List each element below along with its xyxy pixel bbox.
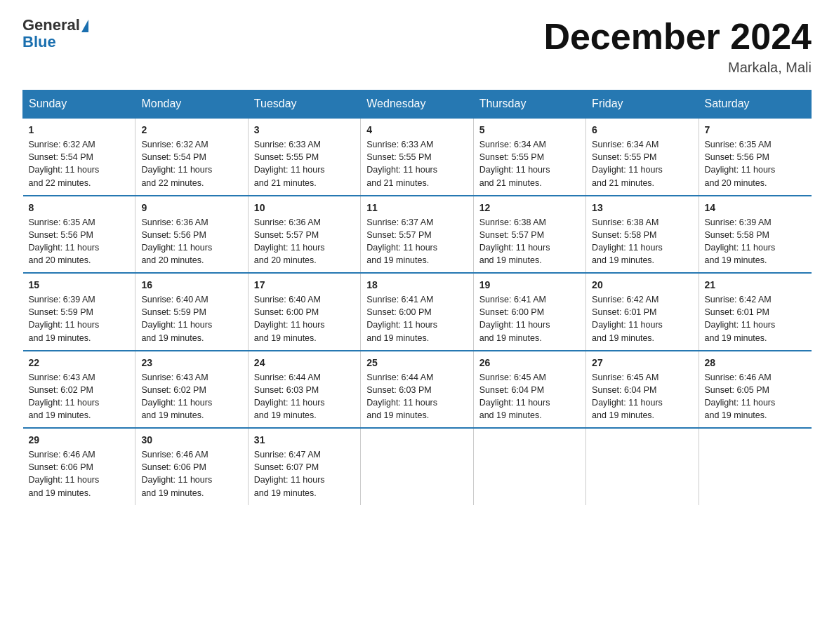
day-number: 30 (141, 434, 241, 445)
day-info: Sunrise: 6:34 AM Sunset: 5:55 PM Dayligh… (592, 138, 692, 189)
calendar-table: SundayMondayTuesdayWednesdayThursdayFrid… (22, 90, 812, 505)
day-number: 13 (592, 202, 692, 213)
calendar-cell: 20Sunrise: 6:42 AM Sunset: 6:01 PM Dayli… (586, 273, 699, 351)
calendar-cell: 23Sunrise: 6:43 AM Sunset: 6:02 PM Dayli… (135, 351, 248, 429)
calendar-week-row: 29Sunrise: 6:46 AM Sunset: 6:06 PM Dayli… (23, 428, 812, 505)
day-number: 2 (141, 124, 241, 135)
day-info: Sunrise: 6:38 AM Sunset: 5:58 PM Dayligh… (592, 216, 692, 267)
calendar-cell: 26Sunrise: 6:45 AM Sunset: 6:04 PM Dayli… (473, 351, 585, 429)
calendar-week-row: 1Sunrise: 6:32 AM Sunset: 5:54 PM Daylig… (23, 118, 812, 196)
calendar-cell (699, 428, 811, 505)
day-info: Sunrise: 6:40 AM Sunset: 5:59 PM Dayligh… (141, 293, 241, 344)
weekday-header-sunday: Sunday (23, 90, 135, 119)
weekday-header-friday: Friday (586, 90, 699, 119)
calendar-cell: 16Sunrise: 6:40 AM Sunset: 5:59 PM Dayli… (135, 273, 248, 351)
day-number: 19 (479, 279, 580, 290)
day-info: Sunrise: 6:35 AM Sunset: 5:56 PM Dayligh… (705, 138, 806, 189)
calendar-cell: 9Sunrise: 6:36 AM Sunset: 5:56 PM Daylig… (135, 196, 248, 274)
day-number: 8 (29, 202, 130, 213)
day-number: 31 (254, 434, 355, 445)
location: Markala, Mali (543, 60, 812, 76)
day-info: Sunrise: 6:39 AM Sunset: 5:59 PM Dayligh… (29, 293, 130, 344)
day-info: Sunrise: 6:46 AM Sunset: 6:06 PM Dayligh… (29, 448, 130, 499)
logo-general-text: General (22, 16, 80, 34)
day-number: 7 (705, 124, 806, 135)
calendar-week-row: 8Sunrise: 6:35 AM Sunset: 5:56 PM Daylig… (23, 196, 812, 274)
calendar-week-row: 22Sunrise: 6:43 AM Sunset: 6:02 PM Dayli… (23, 351, 812, 429)
day-info: Sunrise: 6:39 AM Sunset: 5:58 PM Dayligh… (705, 216, 806, 267)
day-number: 29 (29, 434, 130, 445)
calendar-week-row: 15Sunrise: 6:39 AM Sunset: 5:59 PM Dayli… (23, 273, 812, 351)
calendar-cell: 29Sunrise: 6:46 AM Sunset: 6:06 PM Dayli… (23, 428, 135, 505)
day-info: Sunrise: 6:46 AM Sunset: 6:06 PM Dayligh… (141, 448, 241, 499)
calendar-cell: 10Sunrise: 6:36 AM Sunset: 5:57 PM Dayli… (248, 196, 360, 274)
day-number: 12 (479, 202, 580, 213)
day-number: 16 (141, 279, 241, 290)
calendar-cell (473, 428, 585, 505)
day-info: Sunrise: 6:37 AM Sunset: 5:57 PM Dayligh… (366, 216, 467, 267)
day-info: Sunrise: 6:33 AM Sunset: 5:55 PM Dayligh… (366, 138, 467, 189)
calendar-cell: 11Sunrise: 6:37 AM Sunset: 5:57 PM Dayli… (361, 196, 473, 274)
weekday-header-tuesday: Tuesday (248, 90, 360, 119)
calendar-cell: 14Sunrise: 6:39 AM Sunset: 5:58 PM Dayli… (699, 196, 811, 274)
calendar-cell (361, 428, 473, 505)
day-info: Sunrise: 6:45 AM Sunset: 6:04 PM Dayligh… (479, 371, 580, 422)
calendar-cell: 4Sunrise: 6:33 AM Sunset: 5:55 PM Daylig… (361, 118, 473, 196)
logo-triangle-icon (81, 20, 88, 32)
day-info: Sunrise: 6:44 AM Sunset: 6:03 PM Dayligh… (254, 371, 355, 422)
day-info: Sunrise: 6:42 AM Sunset: 6:01 PM Dayligh… (705, 293, 806, 344)
day-number: 27 (592, 357, 692, 368)
day-number: 15 (29, 279, 130, 290)
calendar-cell: 3Sunrise: 6:33 AM Sunset: 5:55 PM Daylig… (248, 118, 360, 196)
calendar-cell: 21Sunrise: 6:42 AM Sunset: 6:01 PM Dayli… (699, 273, 811, 351)
day-info: Sunrise: 6:38 AM Sunset: 5:57 PM Dayligh… (479, 216, 580, 267)
day-info: Sunrise: 6:35 AM Sunset: 5:56 PM Dayligh… (29, 216, 130, 267)
day-info: Sunrise: 6:40 AM Sunset: 6:00 PM Dayligh… (254, 293, 355, 344)
logo-blue-text: Blue (22, 34, 88, 51)
day-number: 18 (366, 279, 467, 290)
day-info: Sunrise: 6:41 AM Sunset: 6:00 PM Dayligh… (366, 293, 467, 344)
calendar-cell: 31Sunrise: 6:47 AM Sunset: 6:07 PM Dayli… (248, 428, 360, 505)
calendar-cell: 22Sunrise: 6:43 AM Sunset: 6:02 PM Dayli… (23, 351, 135, 429)
day-info: Sunrise: 6:43 AM Sunset: 6:02 PM Dayligh… (141, 371, 241, 422)
calendar-cell: 27Sunrise: 6:45 AM Sunset: 6:04 PM Dayli… (586, 351, 699, 429)
title-area: December 2024 Markala, Mali (543, 17, 812, 76)
logo: General Blue (22, 17, 88, 51)
calendar-cell: 24Sunrise: 6:44 AM Sunset: 6:03 PM Dayli… (248, 351, 360, 429)
calendar-cell: 12Sunrise: 6:38 AM Sunset: 5:57 PM Dayli… (473, 196, 585, 274)
day-info: Sunrise: 6:42 AM Sunset: 6:01 PM Dayligh… (592, 293, 692, 344)
day-number: 5 (479, 124, 580, 135)
calendar-cell: 15Sunrise: 6:39 AM Sunset: 5:59 PM Dayli… (23, 273, 135, 351)
day-number: 10 (254, 202, 355, 213)
calendar-cell: 13Sunrise: 6:38 AM Sunset: 5:58 PM Dayli… (586, 196, 699, 274)
day-number: 11 (366, 202, 467, 213)
day-info: Sunrise: 6:32 AM Sunset: 5:54 PM Dayligh… (29, 138, 130, 189)
day-info: Sunrise: 6:47 AM Sunset: 6:07 PM Dayligh… (254, 448, 355, 499)
weekday-header-saturday: Saturday (699, 90, 811, 119)
day-info: Sunrise: 6:44 AM Sunset: 6:03 PM Dayligh… (366, 371, 467, 422)
day-number: 1 (29, 124, 130, 135)
day-info: Sunrise: 6:43 AM Sunset: 6:02 PM Dayligh… (29, 371, 130, 422)
month-title: December 2024 (543, 17, 812, 57)
day-number: 3 (254, 124, 355, 135)
weekday-header-thursday: Thursday (473, 90, 585, 119)
day-number: 20 (592, 279, 692, 290)
weekday-header-row: SundayMondayTuesdayWednesdayThursdayFrid… (23, 90, 812, 119)
calendar-cell: 7Sunrise: 6:35 AM Sunset: 5:56 PM Daylig… (699, 118, 811, 196)
day-number: 4 (366, 124, 467, 135)
calendar-cell: 8Sunrise: 6:35 AM Sunset: 5:56 PM Daylig… (23, 196, 135, 274)
calendar-cell: 19Sunrise: 6:41 AM Sunset: 6:00 PM Dayli… (473, 273, 585, 351)
calendar-cell: 30Sunrise: 6:46 AM Sunset: 6:06 PM Dayli… (135, 428, 248, 505)
day-info: Sunrise: 6:46 AM Sunset: 6:05 PM Dayligh… (705, 371, 806, 422)
day-number: 17 (254, 279, 355, 290)
weekday-header-monday: Monday (135, 90, 248, 119)
day-number: 22 (29, 357, 130, 368)
calendar-cell: 28Sunrise: 6:46 AM Sunset: 6:05 PM Dayli… (699, 351, 811, 429)
day-info: Sunrise: 6:33 AM Sunset: 5:55 PM Dayligh… (254, 138, 355, 189)
day-number: 26 (479, 357, 580, 368)
calendar-cell: 6Sunrise: 6:34 AM Sunset: 5:55 PM Daylig… (586, 118, 699, 196)
day-info: Sunrise: 6:34 AM Sunset: 5:55 PM Dayligh… (479, 138, 580, 189)
day-info: Sunrise: 6:41 AM Sunset: 6:00 PM Dayligh… (479, 293, 580, 344)
calendar-cell: 17Sunrise: 6:40 AM Sunset: 6:00 PM Dayli… (248, 273, 360, 351)
day-info: Sunrise: 6:36 AM Sunset: 5:56 PM Dayligh… (141, 216, 241, 267)
